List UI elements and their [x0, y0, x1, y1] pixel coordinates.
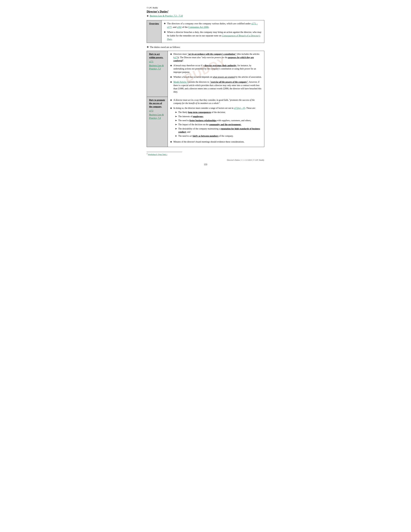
s172-ref-link[interactable]: s172 — [149, 109, 165, 113]
duty-act-title: Duty to act within powers. — [149, 53, 165, 59]
footer: Director's Duties | 1 | v 1.0 2023 | © L… — [147, 159, 264, 162]
overview-item-2: ❖ Where a director breaches a duty, the … — [164, 30, 262, 41]
arrow-icon-2: ➤ — [175, 115, 177, 118]
factor-3-text: The need to foster business relationship… — [178, 119, 251, 122]
factor-1-text: The likely long-term consequences of the… — [178, 111, 225, 114]
overview-label: Overview — [147, 20, 161, 43]
duty-promote-left: Duty to promote the success of the compa… — [147, 97, 168, 147]
companies-act-link[interactable]: Companies Act 2006 — [188, 26, 209, 28]
blp73-ref-link[interactable]: Business Law & Practice, 7.3 — [149, 64, 165, 71]
bullet-d3: ❖ — [170, 76, 172, 79]
duties-table: Duty to act within powers. s171 Business… — [147, 51, 264, 147]
copyright: © LPC Buddy — [147, 6, 264, 9]
factor-1: ➤ The likely long-term consequences of t… — [175, 111, 262, 114]
consequences-link[interactable]: Consequences of Breach of a Director's D… — [167, 34, 260, 40]
duty-row-2: Duty to promote the success of the compa… — [147, 97, 264, 147]
bullet-d1: ❖ — [170, 53, 172, 56]
footnote-divider — [147, 152, 182, 152]
duty-act-bullet-1: ❖ Directors must "act in accordance with… — [170, 53, 262, 62]
duty-promote-bullet-1: ❖ A director must act in a way that they… — [170, 98, 262, 105]
overview-content: ❖ The directors of a company owe the com… — [161, 20, 264, 43]
arrow-icon-3: ➤ — [175, 119, 177, 122]
s171-ref-link[interactable]: s171 — [149, 60, 165, 63]
factor-4-text: The impact of the decision on the commun… — [178, 123, 241, 126]
duty-promote-text-2: In doing so, the director must consider … — [173, 106, 262, 139]
s17-link[interactable]: s17 — [174, 56, 177, 59]
duty-act-left: Duty to act within powers. s171 Business… — [147, 51, 168, 97]
duty-act-right: ❖ Directors must "act in accordance with… — [168, 51, 264, 97]
duty-act-bullet-3: ❖ Whether a breach has occurred depends … — [170, 76, 262, 79]
factor-5: ➤ The desirability of the company mainta… — [175, 127, 262, 134]
footnote: 1 Workshop 8, Prep Task 1 — [147, 153, 264, 156]
blp-reference-link[interactable]: Business Law & Practice, 7.3 – 7.10 — [150, 14, 183, 18]
overview-table: Overview ❖ The directors of a company ow… — [147, 20, 264, 43]
reference-line: ❖ Business Law & Practice, 7.3 – 7.10 — [147, 14, 264, 18]
model-article-3-link[interactable]: Model Article 3 — [173, 81, 188, 83]
factor-2: ➤ The interests of employees; — [175, 115, 262, 118]
duty-promote-title: Duty to promote the success of the compa… — [149, 98, 165, 108]
page-number: 133 — [147, 163, 264, 166]
duty-row-1: Duty to act within powers. s171 Business… — [147, 51, 264, 97]
footnote-link[interactable]: Workshop 8, Prep Task 1 — [148, 153, 167, 156]
bullet-p1: ❖ — [170, 99, 172, 102]
page-title: Director's Duties1 — [147, 10, 264, 14]
bullet-p2: ❖ — [170, 107, 172, 110]
factor-6: ➤ The need to act fairly as between memb… — [175, 134, 262, 138]
arrow-icon-5: ➤ — [175, 127, 177, 130]
duty-act-text-2: A breach may therefore occur if a direct… — [173, 64, 262, 74]
arrow-icon-4: ➤ — [175, 123, 177, 126]
duty-act-bullet-4: ❖ Model Article 3 permits the directors … — [170, 80, 262, 94]
arrow-icon-6: ➤ — [175, 134, 177, 138]
duty-promote-text-1: A director must act in a way that they c… — [173, 98, 262, 105]
duty-act-bullet-2: ❖ A breach may therefore occur if a dire… — [170, 64, 262, 74]
duty-promote-bullet-2: ❖ In doing so, the director must conside… — [170, 106, 262, 139]
duties-intro: ❖ The duties owed are as follows: — [147, 46, 264, 49]
duty-act-text-4: Model Article 3 permits the directors to… — [173, 80, 262, 94]
blp74-ref-link[interactable]: Business Law & Practice, 7.4 — [149, 113, 165, 120]
factor-4: ➤ The impact of the decision on the comm… — [175, 123, 262, 126]
overview-item-1: ❖ The directors of a company owe the com… — [164, 22, 262, 29]
overview-text-2: Where a director breaches a duty, the co… — [167, 30, 262, 41]
s182-link[interactable]: s182 — [177, 26, 181, 28]
duty-act-text-1: Directors must "act in accordance with t… — [173, 53, 262, 62]
bullet-d2: ❖ — [170, 64, 172, 67]
duty-promote-text-3: Minutes of the director's board meetings… — [173, 140, 262, 143]
factor-3: ➤ The need to foster business relationsh… — [175, 119, 262, 122]
factor-5-text: The desirability of the company maintain… — [178, 127, 262, 134]
factor-2-text: The interests of employees; — [178, 115, 204, 118]
arrow-icon-1: ➤ — [175, 111, 177, 114]
bullet-d4: ❖ — [170, 81, 172, 84]
duty-promote-right: ❖ A director must act in a way that they… — [168, 97, 264, 147]
bullet-diamond-1: ❖ — [164, 22, 166, 25]
factor-6-text: The need to act fairly as between member… — [178, 134, 234, 138]
factors-list: ➤ The likely long-term consequences of t… — [175, 111, 262, 138]
duty-act-text-3: Whether a breach has occurred depends on… — [173, 76, 262, 79]
s172af-link[interactable]: s172(a) – (f) — [234, 107, 245, 109]
duty-promote-bullet-3: ❖ Minutes of the director's board meetin… — [170, 140, 262, 144]
bullet-p3: ❖ — [170, 140, 172, 144]
overview-text-1: The directors of a company owe the compa… — [167, 22, 262, 29]
bullet-diamond-2: ❖ — [164, 31, 166, 34]
